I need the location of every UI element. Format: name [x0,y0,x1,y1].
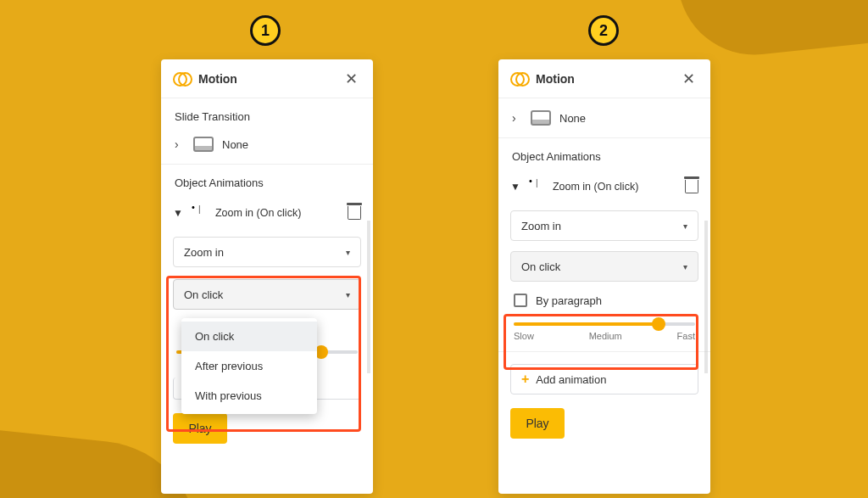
trigger-value: On click [184,288,223,301]
speed-slow: Slow [514,331,534,341]
close-icon[interactable]: ✕ [342,66,361,92]
slide-transition-row[interactable]: › None [161,131,373,165]
slide-transition-label: Slide Transition [161,98,373,131]
trigger-option-with-previous[interactable]: With previous [181,381,317,411]
object-icon [192,207,207,219]
object-animations-label: Object Animations [498,138,710,171]
motion-icon [173,70,190,87]
animation-item[interactable]: ▼ Zoom in (On click) [161,198,373,228]
separator [498,351,710,352]
chevron-down-icon[interactable]: ▼ [173,207,183,219]
panel-title: Motion [536,72,679,86]
chevron-right-icon[interactable]: › [512,111,527,125]
speed-slider[interactable] [514,322,695,326]
caret-down-icon: ▾ [346,290,350,299]
panel-header: Motion ✕ [161,59,373,98]
trigger-dropdown[interactable]: On click ▾ [510,251,698,282]
transition-value: None [559,112,586,125]
caret-down-icon: ▾ [346,248,350,257]
caret-down-icon: ▾ [683,221,687,231]
add-animation-button[interactable]: + Add animation [510,364,698,394]
by-paragraph-row[interactable]: By paragraph [514,294,695,307]
animation-type-value: Zoom in [184,246,224,259]
object-animations-label: Object Animations [161,165,373,198]
scrollbar[interactable] [704,100,709,494]
chevron-right-icon[interactable]: › [175,137,190,151]
animation-summary: Zoom in (On click) [553,181,685,193]
checkbox[interactable] [514,294,527,307]
motion-panel-1: Motion ✕ Slide Transition › None Object … [161,59,373,494]
panel-title: Motion [198,72,342,86]
motion-icon [510,70,527,87]
trash-icon[interactable] [685,180,698,193]
speed-fast: Fast [677,331,695,341]
slide-transition-row[interactable]: › None [498,98,710,138]
speed-medium: Medium [589,331,622,341]
chevron-down-icon[interactable]: ▼ [510,181,520,193]
animation-type-dropdown[interactable]: Zoom in ▾ [173,237,361,267]
animation-item[interactable]: ▼ Zoom in (On click) [498,171,710,202]
add-animation-label: Add animation [536,373,606,386]
slide-icon [193,137,214,152]
slide-icon [531,110,551,126]
panel-header: Motion ✕ [498,59,710,98]
animation-type-dropdown[interactable]: Zoom in ▾ [510,210,698,241]
slider-thumb[interactable] [652,317,665,331]
transition-value: None [222,138,248,151]
close-icon[interactable]: ✕ [679,66,698,92]
by-paragraph-label: By paragraph [536,294,602,307]
object-icon [529,181,544,193]
play-button[interactable]: Play [510,408,565,439]
slider-fill [514,322,655,326]
trigger-dropdown-menu: On click After previous With previous [181,318,317,414]
step-badge-2: 2 [588,15,619,46]
scrollbar[interactable] [366,100,371,494]
trash-icon[interactable] [348,206,361,220]
trigger-option-after-previous[interactable]: After previous [181,351,317,381]
decorative-swoosh-top [678,0,868,62]
caret-down-icon: ▾ [683,262,687,271]
play-button[interactable]: Play [173,413,227,444]
animation-summary: Zoom in (On click) [215,207,348,219]
trigger-value: On click [521,260,560,273]
plus-icon: + [521,372,529,387]
trigger-dropdown[interactable]: On click ▾ [173,279,361,310]
trigger-option-on-click[interactable]: On click [181,322,317,351]
motion-panel-2: Motion ✕ › None Object Animations ▼ Zoom… [498,59,710,494]
animation-type-value: Zoom in [521,220,561,232]
speed-labels: Slow Medium Fast [514,331,695,341]
step-badge-1: 1 [250,15,281,46]
